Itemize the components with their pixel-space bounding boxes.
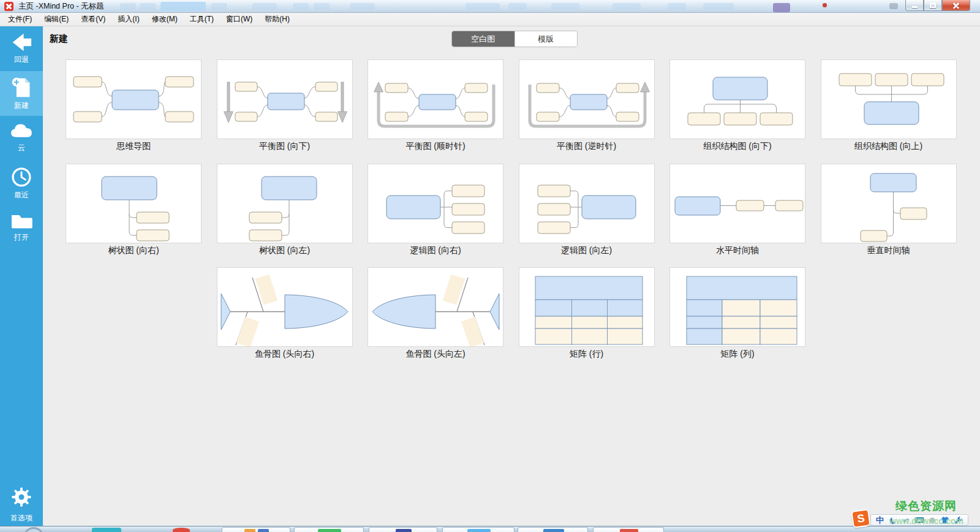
window-titlebar: 主页 -XMind Pro - 无标题 xyxy=(0,0,980,13)
template-thumbnail-balance-ccw xyxy=(519,60,654,139)
clock-icon xyxy=(10,166,32,188)
template-thumbnail-fishbone-right xyxy=(217,268,352,346)
background-window-ghost xyxy=(120,3,136,10)
taskbar-button-icon xyxy=(258,529,269,532)
template-card-tree-left[interactable] xyxy=(217,164,353,243)
template-card-matrix-col[interactable] xyxy=(669,267,805,347)
template-card-org-down[interactable] xyxy=(669,59,805,139)
tab-模版[interactable]: 模版 xyxy=(514,31,578,47)
screen: 主页 -XMind Pro - 无标题 文件(F)编辑(E)查看(V)插入(I)… xyxy=(0,0,980,532)
menu-item-0[interactable]: 文件(F) xyxy=(2,13,38,26)
background-window-ghost xyxy=(252,3,277,10)
sidebar-item-新建[interactable]: 新建 xyxy=(0,71,43,116)
template-thumbnail-timeline-v xyxy=(821,164,956,243)
template-card-balance-ccw[interactable] xyxy=(519,59,655,139)
template-caption: 组织结构图 (向上) xyxy=(821,141,957,152)
template-card-balance-cw[interactable] xyxy=(368,59,503,139)
taskbar-button[interactable] xyxy=(369,527,437,532)
template-caption: 组织结构图 (向下) xyxy=(669,141,805,152)
taskbar-button[interactable] xyxy=(294,527,364,532)
menu-item-4[interactable]: 修改(M) xyxy=(146,13,184,26)
background-window-ghost xyxy=(612,3,641,10)
sidebar-item-label: 回退 xyxy=(14,55,29,65)
sidebar-item-label: 打开 xyxy=(14,232,29,243)
template-caption: 水平时间轴 xyxy=(669,245,805,256)
template-card-mindmap[interactable] xyxy=(66,59,202,139)
menu-item-2[interactable]: 查看(V) xyxy=(75,13,111,26)
template-thumbnail-logic-left xyxy=(519,164,654,243)
menu-bar: 文件(F)编辑(E)查看(V)插入(I)修改(M)工具(T)窗口(W)帮助(H) xyxy=(0,13,980,26)
minimize-button[interactable] xyxy=(905,0,924,11)
template-caption: 树状图 (向左) xyxy=(217,245,353,256)
sidebar-item-label: 首选项 xyxy=(10,513,32,523)
background-window-ghost xyxy=(314,3,330,10)
template-card-fishbone-right[interactable] xyxy=(217,267,353,347)
template-card-logic-left[interactable] xyxy=(519,164,655,243)
taskbar-button[interactable] xyxy=(222,527,290,532)
background-window-ghost xyxy=(773,3,790,12)
taskbar-button[interactable] xyxy=(442,527,514,532)
template-thumbnail-tree-left xyxy=(217,164,352,243)
new-document-icon xyxy=(9,77,34,99)
template-thumbnail-matrix-col xyxy=(670,268,805,346)
taskbar-button[interactable] xyxy=(593,527,664,532)
close-button[interactable] xyxy=(942,0,970,11)
background-window-ghost xyxy=(466,3,500,10)
background-window-ghost xyxy=(140,3,156,10)
sidebar-item-label: 新建 xyxy=(14,101,29,111)
watermark-line1: 绿色资源网 xyxy=(895,498,957,514)
template-thumbnail-tree-right xyxy=(66,164,201,243)
taskbar-button-icon xyxy=(620,529,638,532)
taskbar-button[interactable] xyxy=(518,527,588,532)
taskbar xyxy=(0,526,980,532)
background-window-ghost xyxy=(703,3,734,10)
template-thumbnail-balance-down xyxy=(217,60,352,139)
back-arrow-icon xyxy=(9,32,34,53)
sidebar-item-云[interactable]: 云 xyxy=(0,116,43,161)
sidebar-item-最近[interactable]: 最近 xyxy=(0,161,43,205)
xmind-logo-icon xyxy=(4,2,13,11)
sidebar-item-首选项[interactable]: 首选项 xyxy=(0,482,43,525)
template-caption: 平衡图 (顺时针) xyxy=(368,141,503,152)
folder-icon xyxy=(9,211,34,230)
template-card-timeline-h[interactable] xyxy=(669,164,805,243)
page-title: 新建 xyxy=(50,33,68,45)
template-card-balance-down[interactable] xyxy=(217,59,353,139)
menu-item-6[interactable]: 窗口(W) xyxy=(220,13,258,26)
taskbar-icon[interactable] xyxy=(92,528,121,532)
background-window-ghost xyxy=(293,3,309,10)
template-caption: 矩阵 (行) xyxy=(519,349,655,360)
window-title: 主页 -XMind Pro - 无标题 xyxy=(18,0,104,12)
sidebar-item-label: 云 xyxy=(18,143,25,153)
taskbar-icon[interactable] xyxy=(173,528,190,532)
watermark-line2: www.downcc.com xyxy=(889,516,963,526)
start-button[interactable] xyxy=(23,527,44,532)
tab-空白图[interactable]: 空白图 xyxy=(452,31,514,47)
template-caption: 树状图 (向右) xyxy=(66,245,202,256)
menu-item-5[interactable]: 工具(T) xyxy=(184,13,220,26)
taskbar-button-icon xyxy=(396,529,412,532)
sidebar-item-回退[interactable]: 回退 xyxy=(0,26,43,71)
template-card-logic-right[interactable] xyxy=(368,164,503,243)
menu-item-3[interactable]: 插入(I) xyxy=(111,13,145,26)
taskbar-button-icon xyxy=(543,529,564,532)
template-card-tree-right[interactable] xyxy=(66,164,202,243)
template-thumbnail-mindmap xyxy=(66,60,201,139)
template-card-org-up[interactable] xyxy=(821,59,957,139)
background-window-ghost xyxy=(551,3,579,10)
menu-item-7[interactable]: 帮助(H) xyxy=(258,13,296,26)
template-card-matrix-row[interactable] xyxy=(519,267,655,347)
ime-chinese-indicator[interactable]: 中 xyxy=(876,515,884,525)
cloud-icon xyxy=(9,121,34,141)
taskbar-button-icon xyxy=(467,529,491,532)
sogou-ime-icon[interactable]: S xyxy=(851,509,871,528)
template-card-timeline-v[interactable] xyxy=(821,164,957,243)
template-card-fishbone-left[interactable] xyxy=(368,267,503,347)
background-window-ghost xyxy=(211,3,227,10)
background-window-ghost xyxy=(508,3,527,10)
template-thumbnail-logic-right xyxy=(368,164,503,243)
sidebar-item-打开[interactable]: 打开 xyxy=(0,205,43,250)
menu-item-1[interactable]: 编辑(E) xyxy=(38,13,75,26)
maximize-button[interactable] xyxy=(924,0,942,11)
background-window-ghost xyxy=(668,3,686,10)
